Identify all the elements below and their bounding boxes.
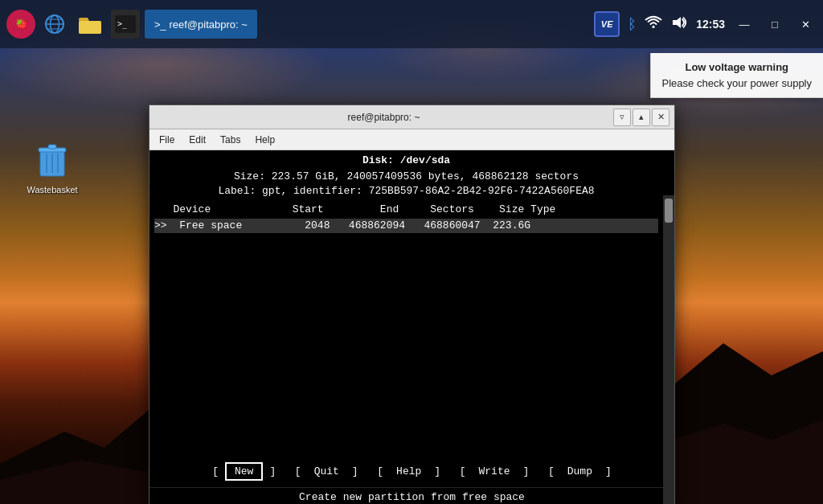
vnc-title-controls: ▿ ▴ ✕ bbox=[613, 109, 669, 126]
terminal-output[interactable]: Disk: /dev/sda Size: 223.57 GiB, 2400574… bbox=[149, 150, 674, 456]
quit-label[interactable]: Quit bbox=[308, 464, 346, 479]
scrollbar-thumb[interactable] bbox=[665, 199, 673, 223]
voltage-warning-line1: Low voltage warning bbox=[662, 59, 812, 76]
wastebasket-label: Wastebasket bbox=[27, 185, 77, 195]
raspberry-pi-menu-icon[interactable]: 🍓 bbox=[6, 10, 35, 39]
dump-label[interactable]: Dump bbox=[561, 464, 599, 479]
write-label[interactable]: Write bbox=[473, 464, 517, 479]
svg-rect-20 bbox=[48, 145, 56, 149]
vnc-restore-button[interactable]: ▴ bbox=[633, 109, 650, 126]
space2: [ bbox=[365, 465, 383, 477]
svg-point-13 bbox=[653, 26, 655, 28]
label-line: Label: gpt, identifier: 725BB597-86A2-2B… bbox=[154, 184, 658, 199]
fdisk-status-line: Create new partition from free space bbox=[149, 487, 674, 504]
empty-line-4 bbox=[154, 277, 658, 292]
size-line: Size: 223.57 GiB, 240057409536 bytes, 46… bbox=[154, 170, 658, 184]
vnc-window-title: reef@pitabpro: ~ bbox=[154, 112, 613, 123]
wastebasket-icon[interactable]: Wastebasket bbox=[20, 137, 84, 198]
vnc-titlebar: reef@pitabpro: ~ ▿ ▴ ✕ bbox=[149, 105, 674, 129]
empty-line-10 bbox=[154, 365, 658, 379]
sound-icon[interactable] bbox=[670, 15, 688, 33]
maximize-button[interactable]: □ bbox=[764, 13, 786, 35]
wastebasket-image bbox=[33, 140, 72, 182]
empty-line-3 bbox=[154, 262, 658, 277]
file-manager-icon[interactable] bbox=[74, 8, 106, 40]
new-button[interactable]: New bbox=[225, 462, 263, 481]
minimize-button[interactable]: — bbox=[733, 13, 755, 35]
empty-line-1 bbox=[154, 233, 658, 248]
bracket-dump-close: ] bbox=[605, 465, 612, 477]
empty-line-9 bbox=[154, 350, 658, 364]
terminal-scrollbar[interactable] bbox=[663, 195, 674, 504]
bracket-quit-close: ] bbox=[352, 465, 358, 477]
free-space-row: >> Free space 2048 468862094 468860047 2… bbox=[154, 219, 658, 233]
taskbar: 🍓 >_ bbox=[0, 0, 823, 48]
bracket-new-close: ] bbox=[269, 465, 276, 477]
empty-line-11 bbox=[154, 379, 658, 394]
vnc-menubar: File Edit Tabs Help bbox=[149, 129, 674, 150]
menu-help[interactable]: Help bbox=[248, 132, 281, 148]
ve-icon[interactable]: VE bbox=[594, 11, 620, 37]
active-terminal-tab[interactable]: >_ reef@pitabpro: ~ bbox=[145, 10, 257, 39]
vnc-window: reef@pitabpro: ~ ▿ ▴ ✕ File Edit Tabs He… bbox=[149, 104, 675, 504]
terminal-tab-label: >_ reef@pitabpro: ~ bbox=[154, 18, 248, 31]
terminal-launcher-icon[interactable]: >_ bbox=[111, 10, 140, 39]
wifi-icon[interactable] bbox=[645, 15, 662, 33]
svg-rect-10 bbox=[79, 21, 101, 34]
empty-line-6 bbox=[154, 306, 658, 321]
voltage-warning-popup: Low voltage warning Please check your po… bbox=[650, 53, 823, 98]
terminal-area: Disk: /dev/sda Size: 223.57 GiB, 2400574… bbox=[149, 150, 674, 456]
menu-edit[interactable]: Edit bbox=[182, 132, 212, 148]
empty-line-7 bbox=[154, 321, 658, 335]
svg-text:🍓: 🍓 bbox=[15, 18, 27, 30]
globe-browser-icon[interactable] bbox=[40, 10, 69, 39]
empty-line-12 bbox=[154, 394, 658, 408]
bracket-new-open: [ bbox=[212, 465, 219, 477]
empty-line-2 bbox=[154, 248, 658, 262]
disk-line: Disk: /dev/sda bbox=[154, 154, 658, 168]
svg-marker-14 bbox=[673, 17, 681, 28]
close-button[interactable]: ✕ bbox=[794, 13, 817, 35]
help-label[interactable]: Help bbox=[390, 464, 428, 479]
ve-label: VE bbox=[601, 19, 613, 29]
vnc-collapse-button[interactable]: ▿ bbox=[613, 109, 631, 126]
voltage-warning-line2: Please check your power supply bbox=[662, 76, 812, 92]
svg-text:>_: >_ bbox=[117, 19, 128, 29]
empty-line-8 bbox=[154, 335, 658, 350]
taskbar-right: VE ᛒ 12:53 — □ ✕ bbox=[594, 11, 817, 37]
menu-file[interactable]: File bbox=[153, 132, 181, 148]
vnc-close-button[interactable]: ✕ bbox=[652, 109, 669, 126]
bracket-write-close: ] bbox=[523, 465, 530, 477]
space1: [ bbox=[282, 465, 301, 477]
table-header: Device Start End Sectors Size Type bbox=[154, 203, 658, 217]
bracket-help-close: ] bbox=[434, 465, 440, 477]
bluetooth-icon[interactable]: ᛒ bbox=[628, 16, 637, 33]
menu-tabs[interactable]: Tabs bbox=[214, 132, 247, 148]
taskbar-left: 🍓 >_ bbox=[6, 8, 594, 40]
empty-line-5 bbox=[154, 292, 658, 306]
fdisk-buttons-row: [ New ] [ Quit ] [ Help ] [ Write ] [ Du… bbox=[149, 456, 674, 487]
space4: [ bbox=[535, 465, 554, 477]
space3: [ bbox=[447, 465, 465, 477]
system-clock: 12:53 bbox=[696, 18, 725, 31]
